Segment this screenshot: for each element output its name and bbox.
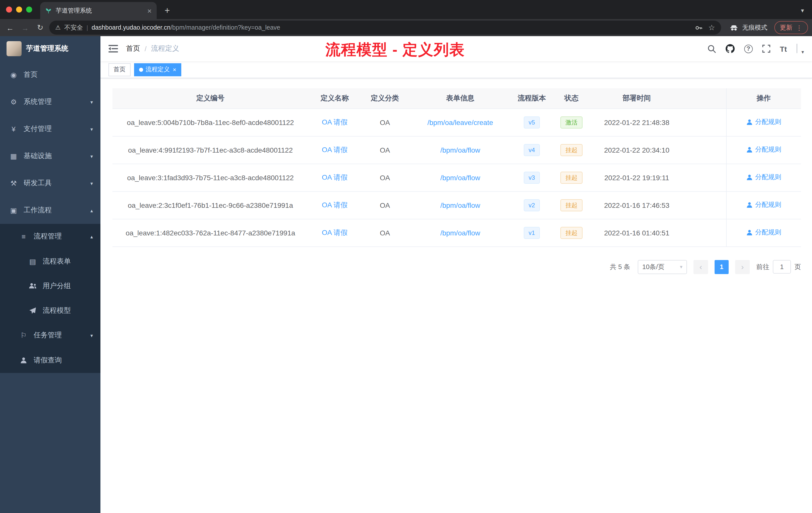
sidebar-item-payment[interactable]: ¥ 支付管理 ▾ bbox=[0, 116, 100, 143]
macos-traffic-lights bbox=[0, 0, 40, 19]
page-number-current[interactable]: 1 bbox=[715, 260, 729, 274]
font-size-icon[interactable]: Tt bbox=[780, 44, 787, 53]
definition-name-link[interactable]: OA 请假 bbox=[322, 228, 348, 236]
tag-close-icon[interactable]: × bbox=[173, 66, 176, 72]
assign-rule-label: 分配规则 bbox=[755, 201, 781, 210]
version-badge: v4 bbox=[523, 144, 540, 156]
browser-tab[interactable]: 芋道管理系统 × bbox=[40, 2, 157, 19]
incognito-label: 无痕模式 bbox=[742, 23, 767, 32]
chrome-update-chip[interactable]: 更新 ⋮ bbox=[774, 21, 808, 34]
browser-window: 芋道管理系统 × + ▾ ← → ↻ ⚠ 不安全 | dashboard.yud… bbox=[0, 0, 812, 513]
chevron-down-icon: ▾ bbox=[90, 180, 93, 186]
assign-rule-label: 分配规则 bbox=[755, 118, 781, 127]
sidebar-item-label: 任务管理 bbox=[34, 331, 62, 340]
top-navbar: 首页 / 流程定义 流程模型 - 定义列表 ? Tt bbox=[100, 36, 812, 61]
definition-name-link[interactable]: OA 请假 bbox=[322, 201, 348, 209]
browser-menu-icon[interactable]: ⋮ bbox=[796, 24, 803, 31]
sidebar-item-process-form[interactable]: ▤ 流程表单 bbox=[0, 249, 100, 274]
sidebar-item-dev-tools[interactable]: ⚒ 研发工具 ▾ bbox=[0, 170, 100, 197]
sidebar-logo[interactable]: 芋道管理系统 bbox=[0, 36, 100, 61]
incognito-icon bbox=[729, 23, 739, 32]
insecure-warning-icon: ⚠ bbox=[55, 24, 61, 31]
form-info-link[interactable]: /bpm/oa/flow bbox=[440, 146, 480, 154]
page-size-select[interactable]: 10条/页 ▾ bbox=[638, 260, 687, 274]
form-info-link[interactable]: /bpm/oa/leave/create bbox=[427, 118, 493, 126]
definition-id: oa_leave:1:482ec033-762a-11ec-8477-a2380… bbox=[113, 219, 308, 246]
url-domain: dashboard.yudao.iocoder.cn bbox=[92, 24, 171, 31]
fullscreen-icon[interactable] bbox=[762, 45, 770, 53]
sidebar-item-label: 基础设施 bbox=[24, 152, 52, 161]
tab-close-icon[interactable]: × bbox=[147, 7, 152, 14]
sidebar-item-label: 研发工具 bbox=[24, 179, 52, 188]
sidebar-item-process-management[interactable]: ≡ 流程管理 ▴ bbox=[0, 224, 100, 249]
breadcrumb-home[interactable]: 首页 bbox=[126, 44, 140, 53]
sidebar-item-user-group[interactable]: 用户分组 bbox=[0, 274, 100, 298]
security-label[interactable]: 不安全 bbox=[64, 23, 83, 32]
definition-name-link[interactable]: OA 请假 bbox=[322, 173, 348, 181]
form-info-link[interactable]: /bpm/oa/flow bbox=[440, 229, 480, 237]
reload-button[interactable]: ↻ bbox=[34, 22, 46, 34]
flag-icon: ⚐ bbox=[19, 331, 28, 339]
github-icon[interactable] bbox=[726, 44, 735, 53]
user-avatar[interactable]: ▾ bbox=[796, 44, 798, 53]
sidebar-toggle-icon[interactable] bbox=[108, 44, 118, 54]
sidebar-item-label: 流程表单 bbox=[43, 257, 71, 266]
address-bar[interactable]: ⚠ 不安全 | dashboard.yudao.iocoder.cn/bpm/m… bbox=[49, 21, 721, 35]
page-unit-label: 页 bbox=[794, 262, 801, 271]
browser-tab-strip: 芋道管理系统 × + ▾ bbox=[0, 0, 812, 19]
minimize-window-button[interactable] bbox=[16, 6, 22, 12]
page-annotation-title: 流程模型 - 定义列表 bbox=[325, 40, 465, 60]
back-button[interactable]: ← bbox=[4, 22, 16, 34]
maximize-window-button[interactable] bbox=[26, 6, 32, 12]
status-badge: 挂起 bbox=[560, 172, 582, 183]
tag-home[interactable]: 首页 bbox=[109, 63, 130, 76]
sidebar-item-workflow[interactable]: ▣ 工作流程 ▴ bbox=[0, 197, 100, 224]
search-icon[interactable] bbox=[707, 44, 716, 53]
tag-label: 流程定义 bbox=[146, 65, 170, 74]
table-row: oa_leave:1:482ec033-762a-11ec-8477-a2380… bbox=[113, 219, 801, 246]
forward-button[interactable]: → bbox=[19, 22, 31, 34]
workflow-icon: ▣ bbox=[9, 206, 18, 214]
sidebar-item-label: 支付管理 bbox=[24, 124, 52, 133]
password-key-icon[interactable] bbox=[695, 24, 702, 31]
definition-name-link[interactable]: OA 请假 bbox=[322, 118, 348, 126]
col-deploy-time: 部署时间 bbox=[591, 88, 683, 109]
new-tab-button[interactable]: + bbox=[161, 4, 174, 17]
close-window-button[interactable] bbox=[6, 6, 12, 12]
help-icon[interactable]: ? bbox=[744, 44, 753, 53]
table-header-row: 定义编号 定义名称 定义分类 表单信息 流程版本 状态 部署时间 操作 bbox=[113, 88, 801, 109]
col-definition-name: 定义名称 bbox=[308, 88, 361, 109]
assign-rule-link[interactable]: 分配规则 bbox=[746, 228, 781, 237]
sidebar-item-home[interactable]: ◉ 首页 bbox=[0, 61, 100, 88]
assign-rule-link[interactable]: 分配规则 bbox=[746, 201, 781, 210]
sidebar-item-label: 首页 bbox=[24, 70, 38, 79]
col-process-version: 流程版本 bbox=[512, 88, 552, 109]
tab-search-chevron-icon[interactable]: ▾ bbox=[801, 7, 804, 14]
tag-process-definition[interactable]: 流程定义 × bbox=[134, 63, 181, 76]
sidebar-item-infrastructure[interactable]: ▦ 基础设施 ▾ bbox=[0, 143, 100, 170]
sidebar-item-leave-query[interactable]: 请假查询 bbox=[0, 348, 100, 373]
page-content: 定义编号 定义名称 定义分类 表单信息 流程版本 状态 部署时间 操作 bbox=[100, 78, 812, 513]
assign-rule-link[interactable]: 分配规则 bbox=[746, 118, 781, 127]
sidebar-item-process-model[interactable]: 流程模型 bbox=[0, 298, 100, 323]
sidebar-item-system[interactable]: ⚙ 系统管理 ▾ bbox=[0, 88, 100, 116]
version-badge: v3 bbox=[523, 172, 540, 183]
form-info-link[interactable]: /bpm/oa/flow bbox=[440, 174, 480, 181]
tab-title: 芋道管理系统 bbox=[56, 6, 92, 15]
definition-id: oa_leave:2:3c1f0ef1-76b1-11ec-9c66-a2380… bbox=[113, 191, 308, 219]
form-info-link[interactable]: /bpm/oa/flow bbox=[440, 201, 480, 209]
col-form-info: 表单信息 bbox=[409, 88, 512, 109]
goto-page-input[interactable] bbox=[773, 260, 791, 274]
definition-name-link[interactable]: OA 请假 bbox=[322, 145, 348, 153]
prev-page-button[interactable]: ‹ bbox=[694, 260, 708, 274]
assign-rule-link[interactable]: 分配规则 bbox=[746, 173, 781, 182]
sidebar-item-task-management[interactable]: ⚐ 任务管理 ▾ bbox=[0, 323, 100, 348]
sidebar-item-label: 请假查询 bbox=[34, 356, 62, 365]
bookmark-star-icon[interactable]: ☆ bbox=[708, 23, 715, 32]
next-page-button[interactable]: › bbox=[735, 260, 750, 274]
navbar-actions: ? Tt ▾ bbox=[707, 44, 805, 53]
pagination-total: 共 5 条 bbox=[610, 262, 630, 271]
assign-rule-link[interactable]: 分配规则 bbox=[746, 145, 781, 154]
col-definition-category: 定义分类 bbox=[361, 88, 409, 109]
sidebar-item-label: 用户分组 bbox=[43, 281, 71, 291]
